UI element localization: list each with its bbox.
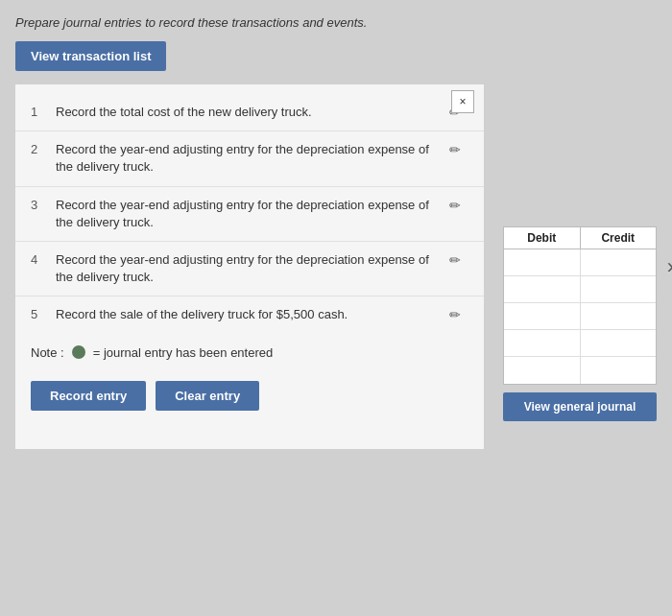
record-entry-button[interactable]: Record entry [31, 381, 146, 411]
transaction-items-container: 1 Record the total cost of the new deliv… [15, 94, 484, 334]
note-section: Note : = journal entry has been entered [15, 334, 484, 371]
bottom-buttons: Record entry Clear entry [15, 371, 484, 420]
item-number: 3 [31, 197, 46, 212]
debit-cell[interactable] [504, 330, 581, 356]
debit-cell[interactable] [504, 276, 581, 302]
edit-icon[interactable]: ✏ [449, 251, 468, 268]
dc-rows-container [504, 249, 656, 384]
debit-cell[interactable] [504, 357, 581, 384]
debit-cell[interactable] [504, 303, 581, 329]
transaction-item: 4 Record the year-end adjusting entry fo… [15, 242, 484, 296]
debit-header: Debit [504, 227, 581, 249]
dc-row[interactable] [504, 249, 656, 276]
credit-cell[interactable] [581, 303, 657, 329]
transaction-item: 2 Record the year-end adjusting entry fo… [15, 131, 484, 186]
edit-icon[interactable]: ✏ [449, 141, 468, 157]
transaction-item: 5 Record the sale of the delivery truck … [15, 296, 484, 333]
transaction-item: 3 Record the year-end adjusting entry fo… [15, 187, 484, 242]
right-panel: › Debit Credit View general journal [484, 84, 657, 449]
content-area: × 1 Record the total cost of the new del… [15, 84, 657, 449]
item-text: Record the total cost of the new deliver… [56, 104, 440, 121]
transaction-item: 1 Record the total cost of the new deliv… [15, 94, 484, 131]
dc-row[interactable] [504, 357, 656, 384]
debit-credit-table: Debit Credit [503, 226, 657, 385]
debit-credit-header: Debit Credit [504, 227, 656, 249]
chevron-right-icon[interactable]: › [667, 254, 672, 279]
item-number: 5 [31, 306, 46, 321]
note-prefix: Note : [31, 345, 64, 360]
close-button[interactable]: × [451, 90, 474, 113]
credit-cell[interactable] [581, 357, 657, 384]
item-number: 4 [31, 251, 46, 267]
dc-row[interactable] [504, 303, 656, 330]
item-text: Record the year-end adjusting entry for … [56, 197, 440, 231]
credit-cell[interactable] [581, 276, 657, 302]
item-text: Record the sale of the delivery truck fo… [56, 306, 440, 323]
edit-icon[interactable]: ✏ [449, 197, 468, 213]
item-number: 1 [31, 104, 46, 119]
credit-header: Credit [581, 227, 657, 249]
dc-row[interactable] [504, 330, 656, 357]
item-number: 2 [31, 141, 46, 156]
credit-cell[interactable] [581, 330, 657, 356]
note-circle-icon [72, 345, 85, 359]
clear-entry-button[interactable]: Clear entry [156, 381, 259, 411]
debit-cell[interactable] [504, 249, 581, 275]
note-text: = journal entry has been entered [93, 345, 274, 360]
view-transaction-button[interactable]: View transaction list [15, 41, 166, 71]
item-text: Record the year-end adjusting entry for … [56, 251, 440, 286]
dc-row[interactable] [504, 276, 656, 303]
credit-cell[interactable] [581, 249, 657, 275]
view-general-journal-button[interactable]: View general journal [503, 392, 657, 421]
main-container: Prepare journal entries to record these … [0, 0, 672, 616]
instruction-text: Prepare journal entries to record these … [15, 15, 657, 30]
edit-icon[interactable]: ✏ [449, 306, 468, 322]
item-text: Record the year-end adjusting entry for … [56, 141, 440, 176]
transaction-list-panel: × 1 Record the total cost of the new del… [15, 84, 484, 449]
